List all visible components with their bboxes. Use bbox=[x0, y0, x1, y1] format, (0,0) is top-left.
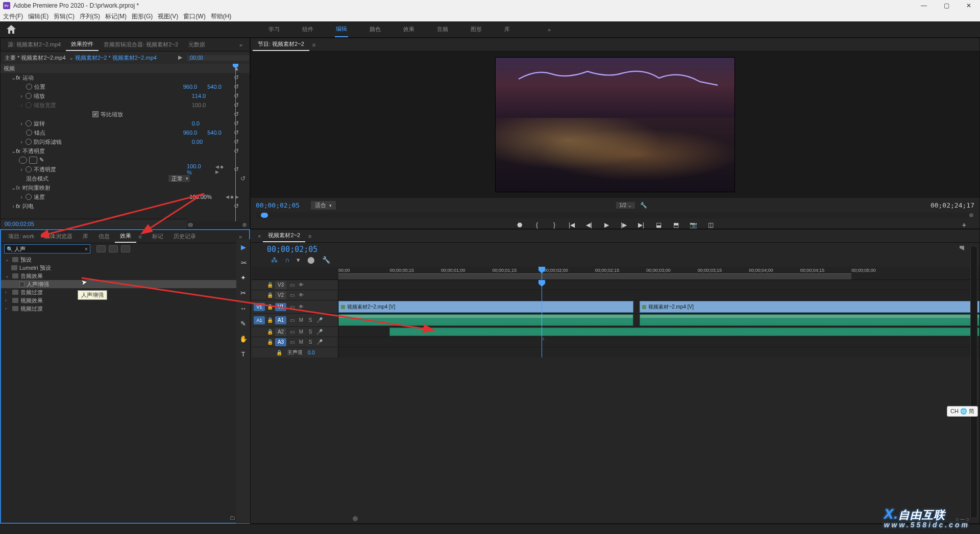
tree-item-lumetri[interactable]: Lumetri 预设 bbox=[1, 264, 249, 272]
source-patch-v1[interactable]: V1 bbox=[254, 303, 265, 311]
ec-opacity-value[interactable]: 100.0 % bbox=[187, 163, 201, 175]
ruler-playhead[interactable] bbox=[542, 267, 542, 280]
mute-icon[interactable]: M bbox=[298, 339, 305, 345]
tab-metadata[interactable]: 元数据 bbox=[183, 38, 210, 51]
program-scrubber[interactable] bbox=[256, 212, 974, 218]
lock-icon[interactable]: 🔒 bbox=[267, 282, 273, 288]
new-bin-icon[interactable]: 🗀 bbox=[230, 515, 235, 521]
workspace-effects[interactable]: 效果 bbox=[402, 21, 415, 37]
reset-icon[interactable]: ↺ bbox=[234, 202, 239, 210]
tab-history[interactable]: 历史记录 bbox=[168, 230, 201, 243]
ime-indicator[interactable]: CH 🌐 简 bbox=[947, 406, 978, 417]
ec-speed-value[interactable]: 100.00% bbox=[189, 194, 211, 200]
tree-item-audio-transitions[interactable]: ›音频过渡 bbox=[1, 288, 249, 296]
tree-item-vocal-enhance[interactable]: 人声增强 bbox=[1, 280, 249, 288]
track-target-a2[interactable]: A2 bbox=[275, 328, 286, 336]
mark-out-button[interactable]: { bbox=[532, 220, 542, 230]
audio-clip-3[interactable] bbox=[389, 327, 979, 336]
ec-timecode[interactable]: 00;00;02;05 bbox=[1, 219, 187, 228]
32bit-badge-filter[interactable] bbox=[109, 245, 118, 252]
stopwatch-icon[interactable] bbox=[26, 93, 32, 99]
toggle-output-icon[interactable]: ▭ bbox=[288, 304, 296, 310]
export-frame-button[interactable]: 📷 bbox=[689, 220, 698, 230]
type-tool[interactable]: T bbox=[239, 349, 248, 359]
menu-graphics[interactable]: 图形(G) bbox=[132, 12, 153, 21]
toggle-output-icon[interactable]: ▭ bbox=[288, 339, 296, 345]
ec-playhead[interactable] bbox=[235, 64, 236, 221]
lift-button[interactable]: ⬓ bbox=[654, 220, 663, 230]
ec-rotation-value[interactable]: 0.0 bbox=[192, 120, 200, 126]
workspace-library[interactable]: 库 bbox=[503, 21, 511, 37]
wrench-icon[interactable]: 🔧 bbox=[640, 202, 647, 209]
stopwatch-icon[interactable] bbox=[26, 130, 32, 136]
timeline-scrollbar[interactable]: ○ ─ ○ bbox=[353, 516, 954, 521]
menu-help[interactable]: 帮助(H) bbox=[211, 12, 232, 21]
ec-anchor-y[interactable]: 540.0 bbox=[207, 130, 222, 136]
tab-sequence[interactable]: 视频素材2~2 bbox=[263, 230, 305, 242]
track-target-a1[interactable]: A1 bbox=[275, 316, 286, 324]
ec-antiflicker-value[interactable]: 0.00 bbox=[192, 139, 203, 145]
razor-tool[interactable]: ✂ bbox=[239, 288, 248, 297]
stopwatch-icon[interactable] bbox=[26, 120, 32, 126]
lock-icon[interactable]: 🔒 bbox=[267, 339, 273, 345]
menu-clip[interactable]: 剪辑(C) bbox=[54, 12, 75, 21]
ec-scale-value[interactable]: 114.0 bbox=[192, 93, 206, 99]
reset-icon[interactable]: ↺ bbox=[234, 74, 239, 81]
reset-icon[interactable]: ↺ bbox=[234, 129, 239, 136]
toggle-eye-icon[interactable]: 👁 bbox=[298, 282, 305, 288]
reset-icon[interactable]: ↺ bbox=[234, 166, 239, 173]
menu-markers[interactable]: 标记(M) bbox=[105, 12, 127, 21]
solo-icon[interactable]: S bbox=[307, 317, 314, 323]
timeline-ruler[interactable]: 00;0000;00;00;1500;00;01;0000;00;01;1500… bbox=[252, 267, 979, 280]
accelerated-badge-filter[interactable] bbox=[96, 245, 106, 252]
comparison-button[interactable]: ◫ bbox=[706, 220, 715, 230]
ec-scrollbar[interactable] bbox=[187, 221, 248, 228]
tab-program[interactable]: 节目: 视频素材2~2 bbox=[253, 38, 309, 51]
toggle-eye-icon[interactable]: 👁 bbox=[298, 292, 305, 298]
step-back-button[interactable]: ◀| bbox=[584, 220, 594, 230]
source-patch-a1[interactable]: A1 bbox=[254, 316, 265, 324]
workspace-learn[interactable]: 学习 bbox=[267, 21, 281, 37]
button-editor[interactable]: + bbox=[962, 221, 966, 229]
mute-icon[interactable]: M bbox=[298, 317, 305, 323]
reset-icon[interactable]: ↺ bbox=[234, 111, 239, 118]
workspace-editing[interactable]: 编辑 bbox=[335, 21, 348, 37]
mute-icon[interactable]: M bbox=[298, 329, 305, 335]
stopwatch-icon[interactable] bbox=[26, 166, 32, 172]
menu-edit[interactable]: 编辑(E) bbox=[28, 12, 48, 21]
program-resolution-select[interactable]: 1/2 bbox=[616, 202, 634, 209]
extract-button[interactable]: ⬒ bbox=[671, 220, 680, 230]
home-icon[interactable] bbox=[5, 23, 17, 36]
audio-clip-1[interactable] bbox=[338, 314, 633, 326]
track-target-v2[interactable]: V2 bbox=[275, 291, 286, 299]
lock-icon[interactable]: 🔒 bbox=[267, 304, 273, 310]
clear-search-icon[interactable]: × bbox=[85, 246, 88, 252]
add-marker-icon[interactable]: ▾ bbox=[297, 256, 300, 264]
tab-info[interactable]: 信息 bbox=[93, 230, 115, 243]
stopwatch-icon[interactable] bbox=[26, 139, 32, 145]
tl-settings-icon[interactable]: ⬤ bbox=[307, 256, 315, 264]
slip-tool[interactable]: ↔ bbox=[239, 303, 248, 313]
video-clip-2[interactable]: 视频素材~2.mp4 [V] bbox=[640, 301, 979, 313]
step-forward-button[interactable]: |▶ bbox=[619, 220, 628, 230]
program-fit-select[interactable]: 适合 bbox=[311, 201, 336, 210]
reset-icon[interactable]: ↺ bbox=[234, 101, 239, 109]
reset-icon[interactable]: ↺ bbox=[234, 83, 239, 90]
tab-source[interactable]: 源: 视频素材2~2.mp4 bbox=[3, 38, 66, 51]
workspace-audio[interactable]: 音频 bbox=[436, 21, 449, 37]
tree-item-presets[interactable]: ⌄预设 bbox=[1, 256, 249, 264]
toggle-output-icon[interactable]: ▭ bbox=[288, 317, 296, 323]
effects-search-box[interactable]: 🔍 × bbox=[4, 244, 90, 253]
tab-audio-mixer[interactable]: 音频剪辑混合器: 视频素材2~2 bbox=[99, 38, 183, 51]
keyframe-toggle-icon[interactable]: ⬨ bbox=[542, 335, 545, 341]
lock-icon[interactable]: 🔒 bbox=[276, 350, 282, 355]
tab-libraries[interactable]: 库 bbox=[78, 230, 93, 243]
ripple-edit-tool[interactable]: ✦ bbox=[239, 273, 248, 282]
tl-wrench-icon[interactable]: 🔧 bbox=[322, 256, 330, 264]
workspace-assembly[interactable]: 组件 bbox=[301, 21, 314, 37]
solo-icon[interactable]: S bbox=[307, 339, 314, 345]
tree-item-audio-effects[interactable]: ⌄音频效果 bbox=[1, 272, 249, 280]
program-timecode-current[interactable]: 00;00;02;05 bbox=[256, 201, 307, 209]
mark-out-button[interactable]: } bbox=[550, 220, 559, 230]
window-maximize[interactable]: ▢ bbox=[935, 0, 958, 11]
